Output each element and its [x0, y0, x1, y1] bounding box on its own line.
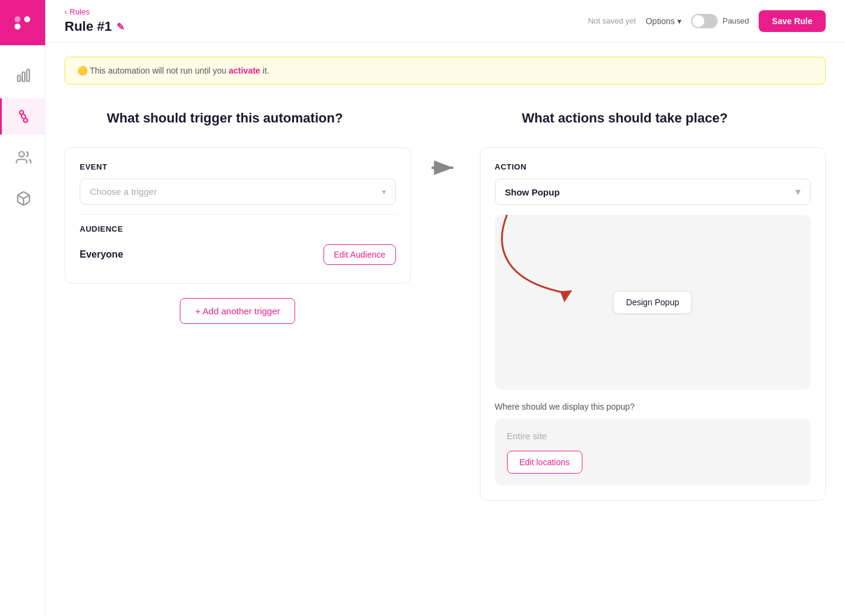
action-select[interactable]: Show Popup ▾ — [495, 179, 811, 205]
options-chevron-icon: ▾ — [677, 16, 681, 26]
action-card: Action Show Popup ▾ Design — [480, 147, 826, 501]
svg-point-2 — [14, 16, 21, 22]
sidebar-item-automations[interactable] — [0, 98, 45, 135]
edit-rule-name-icon[interactable]: ✎ — [116, 21, 124, 33]
options-button[interactable]: Options ▾ — [646, 16, 681, 26]
back-link[interactable]: ‹ Rules — [65, 7, 124, 16]
edit-audience-button[interactable]: Edit Audience — [324, 244, 396, 265]
trigger-section-title: What should trigger this automation? — [107, 110, 343, 126]
trigger-chevron-icon: ▾ — [382, 188, 386, 196]
trigger-section-header: 🎯 What should trigger this automation? — [65, 101, 411, 135]
event-label: Event — [80, 162, 396, 171]
header-left: ‹ Rules Rule #1 ✎ — [65, 7, 124, 34]
sidebar-item-contacts[interactable] — [0, 139, 45, 176]
action-section-header: ⚙️ ✦ What actions should take place? — [480, 101, 826, 135]
action-label: Action — [495, 162, 811, 171]
options-label: Options — [646, 16, 675, 26]
toggle-label: Paused — [722, 16, 749, 25]
audience-label: Audience — [80, 224, 396, 233]
trigger-section-icon: 🎯 — [65, 101, 98, 135]
app-header: ‹ Rules Rule #1 ✎ Not saved yet Options … — [45, 0, 845, 42]
action-section-title: What actions should take place? — [522, 110, 728, 126]
audience-value: Everyone — [80, 249, 123, 260]
popup-preview-area: Design Popup — [495, 215, 811, 390]
action-section-icon: ⚙️ ✦ — [480, 101, 514, 135]
edit-locations-button[interactable]: Edit locations — [507, 451, 582, 474]
svg-text:✦: ✦ — [500, 105, 508, 115]
trigger-placeholder: Choose a trigger — [90, 186, 157, 197]
trigger-column: 🎯 What should trigger this automation? E… — [65, 101, 411, 324]
location-placeholder: Entire site — [507, 431, 799, 441]
activate-link[interactable]: activate — [229, 66, 260, 75]
warning-text-before: This automation will not run until you — [90, 66, 229, 75]
back-chevron-icon: ‹ — [65, 7, 67, 16]
save-rule-button[interactable]: Save Rule — [759, 10, 826, 32]
svg-point-7 — [24, 118, 28, 122]
paused-toggle[interactable] — [691, 14, 718, 28]
rule-title-text: Rule #1 — [65, 19, 112, 34]
sidebar-item-products[interactable] — [0, 180, 45, 217]
warning-icon: 🟡 — [77, 66, 88, 75]
two-col-layout: 🎯 What should trigger this automation? E… — [65, 101, 826, 501]
arrow-connector — [430, 101, 461, 180]
toggle-knob — [692, 15, 704, 27]
flow-arrow-icon — [430, 156, 461, 180]
rule-title: Rule #1 ✎ — [65, 19, 124, 34]
page-body: 🟡 This automation will not run until you… — [45, 42, 845, 616]
action-value: Show Popup — [505, 187, 560, 197]
curved-arrow-svg — [489, 209, 622, 311]
location-question: Where should we display this popup? — [495, 402, 811, 411]
location-card: Entire site Edit locations — [495, 419, 811, 486]
warning-banner: 🟡 This automation will not run until you… — [65, 57, 826, 84]
action-column: ⚙️ ✦ What actions should take place? Act… — [480, 101, 826, 501]
back-link-label: Rules — [69, 7, 89, 16]
header-right: Not saved yet Options ▾ Paused Save Rule — [588, 10, 826, 32]
paused-toggle-container: Paused — [691, 14, 749, 28]
action-chevron-icon: ▾ — [796, 186, 800, 197]
trigger-card: Event Choose a trigger ▾ Audience Everyo… — [65, 147, 411, 284]
svg-marker-16 — [560, 290, 572, 302]
sidebar-nav — [0, 57, 45, 217]
svg-point-0 — [14, 24, 21, 30]
svg-point-1 — [24, 16, 30, 22]
trigger-select[interactable]: Choose a trigger ▾ — [80, 179, 396, 205]
warning-text-after: it. — [263, 66, 269, 75]
svg-rect-3 — [18, 75, 20, 81]
main-content: ‹ Rules Rule #1 ✎ Not saved yet Options … — [45, 0, 845, 616]
svg-point-6 — [19, 110, 24, 115]
audience-row: Everyone Edit Audience — [80, 241, 396, 268]
sidebar-item-analytics[interactable] — [0, 57, 45, 94]
location-section: Where should we display this popup? Enti… — [495, 402, 811, 486]
save-status: Not saved yet — [588, 16, 636, 25]
sidebar — [0, 0, 45, 616]
design-popup-button[interactable]: Design Popup — [613, 291, 692, 314]
svg-rect-10 — [65, 101, 98, 135]
app-logo[interactable] — [0, 0, 45, 45]
svg-rect-4 — [22, 72, 24, 81]
svg-point-8 — [19, 151, 24, 157]
svg-rect-5 — [27, 69, 29, 81]
add-trigger-button[interactable]: + Add another trigger — [180, 298, 295, 324]
svg-text:⚙️: ⚙️ — [481, 104, 513, 135]
card-divider — [80, 214, 396, 215]
